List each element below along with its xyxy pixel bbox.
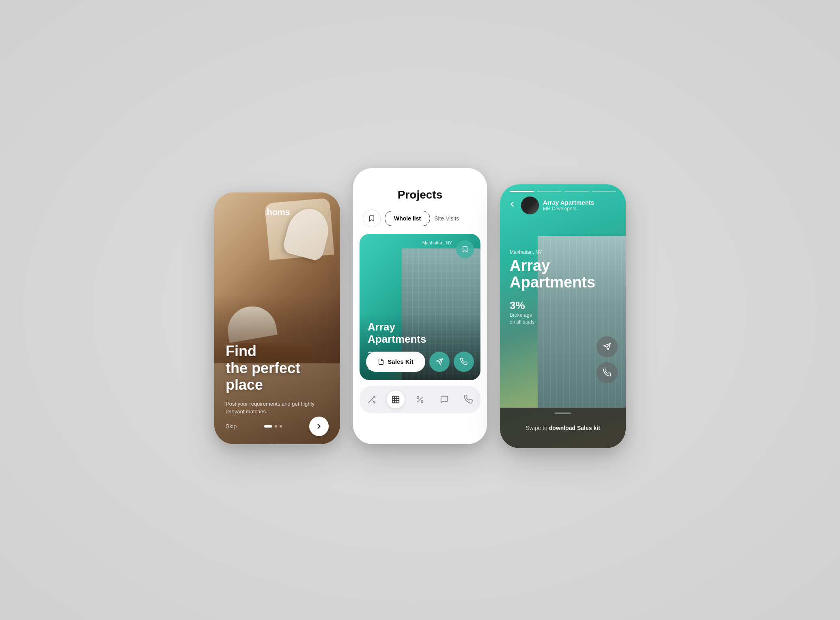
site-visits-filter[interactable]: Site Visits <box>434 211 459 226</box>
progress-seg-4 <box>592 191 616 192</box>
projects-inner: Projects Whole list Site Visits <box>353 168 487 444</box>
developer-info: Array Apartments MR Developers <box>521 197 594 214</box>
dot-1 <box>264 425 272 428</box>
pagination-dots <box>264 425 282 428</box>
whole-list-filter[interactable]: Whole list <box>385 211 430 226</box>
onboarding-footer: Skip <box>214 417 340 436</box>
scene: .homs Findthe perfectplace Post your req… <box>198 148 642 473</box>
phone-detail-icon <box>603 369 611 377</box>
bottom-nav <box>360 386 480 413</box>
next-button[interactable] <box>309 417 329 436</box>
detail-footer: Swipe to download Sales kit <box>500 408 626 448</box>
avatar-image <box>521 197 539 214</box>
arrows-icon <box>367 395 376 404</box>
dot-3 <box>280 425 282 428</box>
nav-phone[interactable] <box>459 391 477 408</box>
progress-bar <box>510 191 616 192</box>
filter-row: Whole list Site Visits <box>353 210 487 234</box>
card-property-name: ArrayApartments <box>368 321 472 346</box>
document-icon <box>378 359 384 365</box>
legs-decor <box>224 302 278 343</box>
progress-seg-3 <box>564 191 589 192</box>
developer-text: Array Apartments MR Developers <box>543 199 594 212</box>
navigate-button[interactable] <box>429 352 450 372</box>
swipe-handle <box>555 413 571 414</box>
back-button[interactable] <box>508 200 516 210</box>
navigate-icon <box>436 358 443 365</box>
bookmark-icon <box>461 246 469 253</box>
swipe-action: download Sales kit <box>549 425 600 431</box>
phone-nav-icon <box>464 395 473 404</box>
dot-2 <box>275 425 277 428</box>
sales-kit-button[interactable]: Sales Kit <box>366 352 425 372</box>
phone-button[interactable] <box>454 352 474 372</box>
nav-percent[interactable] <box>411 391 429 408</box>
svg-point-6 <box>417 396 419 398</box>
detail-brokerage: Brokerage on all deals <box>510 312 595 326</box>
phone-projects: Projects Whole list Site Visits <box>353 168 487 444</box>
sales-kit-label: Sales Kit <box>388 358 413 365</box>
projects-header: Projects <box>353 168 487 210</box>
detail-percent: 3% <box>510 299 595 312</box>
svg-rect-4 <box>392 396 399 403</box>
svg-point-7 <box>421 400 423 402</box>
onboarding-subtitle: Post your requirements and get highly re… <box>226 400 329 416</box>
card-bookmark-button[interactable] <box>456 240 474 258</box>
swipe-text: Swipe to download Sales kit <box>526 425 600 431</box>
building-icon <box>391 395 400 404</box>
onboarding-title: Findthe perfectplace <box>226 343 329 393</box>
filter-bookmark-button[interactable] <box>363 210 381 227</box>
progress-seg-1 <box>510 191 534 192</box>
onboarding-content: Findthe perfectplace Post your requireme… <box>214 343 340 415</box>
phone-icon <box>460 358 467 365</box>
detail-title: ArrayApartments <box>510 257 595 292</box>
developer-company: MR Developers <box>543 206 594 212</box>
detail-phone-button[interactable] <box>597 362 618 383</box>
progress-seg-2 <box>537 191 562 192</box>
chevron-right-icon <box>315 422 323 430</box>
property-card: Manhattan, NY ArrayApartments 3% Brokera… <box>360 234 480 380</box>
card-actions: Sales Kit <box>360 352 480 372</box>
nav-chat[interactable] <box>435 391 453 408</box>
svg-line-5 <box>418 397 423 402</box>
developer-name: Array Apartments <box>543 199 594 206</box>
projects-title: Projects <box>363 188 477 201</box>
phone-onboarding: .homs Findthe perfectplace Post your req… <box>214 192 340 444</box>
navigate-icon <box>603 343 611 351</box>
room-image <box>214 192 340 364</box>
detail-header: Array Apartments MR Developers <box>500 197 626 214</box>
detail-location: Manhattan, NY <box>510 249 595 255</box>
homs-logo: .homs <box>265 207 290 218</box>
phone-detail: Array Apartments MR Developers Manhattan… <box>500 184 626 448</box>
detail-inner: Array Apartments MR Developers Manhattan… <box>500 184 626 448</box>
chat-icon <box>440 395 449 404</box>
chevron-left-icon <box>508 200 516 208</box>
percent-icon <box>416 395 424 404</box>
skip-button[interactable]: Skip <box>226 423 237 430</box>
card-location: Manhattan, NY <box>422 240 452 245</box>
nav-building[interactable] <box>387 391 405 408</box>
developer-avatar <box>521 197 539 214</box>
detail-right-actions <box>597 336 618 383</box>
nav-arrows[interactable] <box>363 391 381 408</box>
detail-navigate-button[interactable] <box>597 336 618 357</box>
bookmark-icon <box>368 215 375 222</box>
detail-content: Manhattan, NY ArrayApartments 3% Brokera… <box>510 249 595 326</box>
